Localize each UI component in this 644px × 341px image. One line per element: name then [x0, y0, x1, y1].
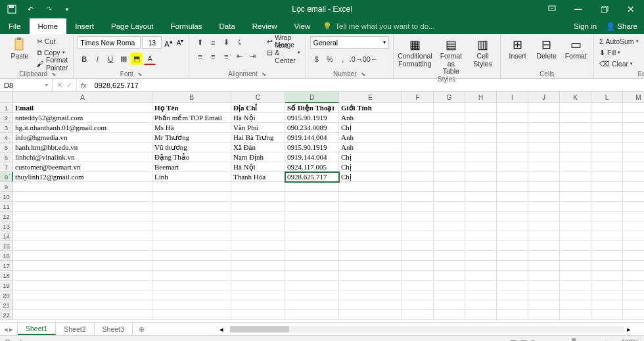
cell-B1[interactable]: Họ Tên	[152, 103, 231, 113]
cell-M22[interactable]	[623, 310, 644, 320]
accounting-icon[interactable]: $	[310, 53, 323, 65]
tab-view[interactable]: View	[286, 18, 319, 34]
cell-M21[interactable]	[623, 300, 644, 310]
cell-K2[interactable]	[560, 113, 591, 123]
insert-cells-button[interactable]: ⊞Insert	[505, 36, 531, 60]
cell-D19[interactable]	[285, 281, 339, 290]
cell-B18[interactable]	[152, 271, 231, 281]
cell-E18[interactable]	[339, 271, 402, 281]
cell-B9[interactable]	[152, 182, 231, 192]
cell-G21[interactable]	[434, 300, 465, 310]
cell-J10[interactable]	[528, 192, 560, 202]
enter-formula-icon[interactable]: ✓	[66, 81, 72, 89]
tab-page-layout[interactable]: Page Layout	[103, 18, 162, 34]
row-header-19[interactable]: 19	[0, 281, 13, 290]
cell-I22[interactable]	[497, 310, 528, 320]
cancel-formula-icon[interactable]: ✕	[57, 81, 62, 89]
cell-I1[interactable]	[497, 103, 528, 113]
cell-M9[interactable]	[623, 182, 644, 192]
cell-M20[interactable]	[623, 290, 644, 300]
col-header-I[interactable]: I	[497, 92, 528, 103]
ribbon-options-icon[interactable]	[539, 0, 565, 18]
cell-L10[interactable]	[591, 192, 623, 202]
cell-B14[interactable]	[152, 231, 231, 241]
cell-styles-button[interactable]: ▥Cell Styles	[470, 36, 496, 68]
cell-K9[interactable]	[560, 182, 591, 192]
cell-M6[interactable]	[623, 152, 644, 162]
cell-L21[interactable]	[591, 300, 623, 310]
cell-B8[interactable]: Linh	[152, 172, 231, 182]
cell-G11[interactable]	[434, 202, 465, 212]
cell-K5[interactable]	[560, 143, 591, 152]
cell-J4[interactable]	[528, 133, 560, 143]
cell-A4[interactable]: info@hgmedia.vn	[13, 133, 152, 143]
cell-I4[interactable]	[497, 133, 528, 143]
col-header-E[interactable]: E	[339, 92, 402, 103]
row-header-22[interactable]: 22	[0, 310, 13, 320]
cell-D2[interactable]: 0915.90.1919	[285, 113, 339, 123]
tab-formulas[interactable]: Formulas	[162, 18, 211, 34]
cell-A6[interactable]: linhchi@vinalink.vn	[13, 152, 152, 162]
cell-L20[interactable]	[591, 290, 623, 300]
cell-E3[interactable]: Chị	[339, 123, 402, 133]
cell-H17[interactable]	[465, 261, 497, 271]
cell-C18[interactable]	[231, 271, 285, 281]
col-header-B[interactable]: B	[152, 92, 231, 103]
cell-D11[interactable]	[285, 202, 339, 212]
align-top-icon[interactable]: ⬆	[193, 36, 206, 49]
cell-K17[interactable]	[560, 261, 591, 271]
font-dialog-icon[interactable]: ⬊	[137, 71, 143, 78]
cell-B5[interactable]: Vũ thương	[152, 143, 231, 152]
cell-E6[interactable]: Chị	[339, 152, 402, 162]
cell-J6[interactable]	[528, 152, 560, 162]
fx-icon[interactable]: fx	[77, 79, 91, 91]
cell-E16[interactable]	[339, 251, 402, 261]
cell-D4[interactable]: 0919.144.004	[285, 133, 339, 143]
cell-A13[interactable]	[13, 221, 152, 231]
cell-L7[interactable]	[591, 162, 623, 172]
cut-button[interactable]: ✂Cut	[35, 36, 69, 47]
cell-I11[interactable]	[497, 202, 528, 212]
cell-H8[interactable]	[465, 172, 497, 182]
cell-A9[interactable]	[13, 182, 152, 192]
cell-B2[interactable]: Phần mềm TOP Email	[152, 113, 231, 123]
cell-I14[interactable]	[497, 231, 528, 241]
cell-I19[interactable]	[497, 281, 528, 290]
cell-J12[interactable]	[528, 212, 560, 221]
cell-M7[interactable]	[623, 162, 644, 172]
cell-K12[interactable]	[560, 212, 591, 221]
cell-D13[interactable]	[285, 221, 339, 231]
cell-I16[interactable]	[497, 251, 528, 261]
row-header-15[interactable]: 15	[0, 241, 13, 251]
cell-H5[interactable]	[465, 143, 497, 152]
zoom-out-icon[interactable]: −	[539, 338, 543, 342]
cell-G10[interactable]	[434, 192, 465, 202]
cell-J9[interactable]	[528, 182, 560, 192]
save-icon[interactable]	[4, 2, 20, 16]
cell-M4[interactable]	[623, 133, 644, 143]
cell-J18[interactable]	[528, 271, 560, 281]
cell-H4[interactable]	[465, 133, 497, 143]
cell-L13[interactable]	[591, 221, 623, 231]
decrease-decimal-icon[interactable]: .00←	[363, 53, 376, 65]
cell-J22[interactable]	[528, 310, 560, 320]
page-break-view-icon[interactable]: ▯	[531, 338, 535, 342]
cell-A3[interactable]: hg.it.nhanthanh.01@gmail.com	[13, 123, 152, 133]
cell-F4[interactable]	[402, 133, 434, 143]
merge-center-button[interactable]: ⊟Merge & Center▾	[265, 47, 302, 58]
cell-C1[interactable]: Địa Chỉ	[231, 103, 285, 113]
cell-A20[interactable]	[13, 290, 152, 300]
cell-K8[interactable]	[560, 172, 591, 182]
cell-B10[interactable]	[152, 192, 231, 202]
format-as-table-button[interactable]: ▤Format as Table	[435, 36, 467, 76]
cell-F20[interactable]	[402, 290, 434, 300]
cell-J15[interactable]	[528, 241, 560, 251]
cell-D22[interactable]	[285, 310, 339, 320]
cell-F5[interactable]	[402, 143, 434, 152]
cell-G1[interactable]	[434, 103, 465, 113]
cell-M15[interactable]	[623, 241, 644, 251]
cell-D17[interactable]	[285, 261, 339, 271]
cell-M18[interactable]	[623, 271, 644, 281]
hscroll-track[interactable]	[230, 326, 624, 332]
zoom-in-icon[interactable]: +	[605, 338, 609, 342]
